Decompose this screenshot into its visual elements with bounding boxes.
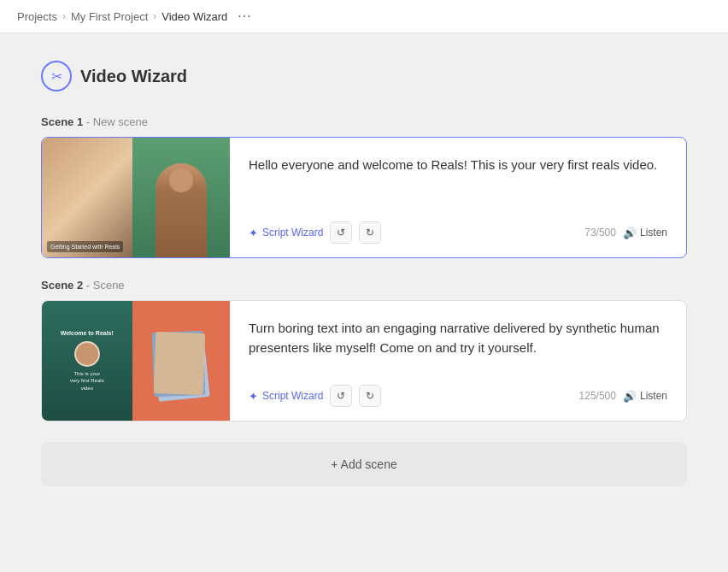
wizard-icon-circle: ✂ (41, 61, 72, 91)
scene-2-redo-button[interactable]: ↻ (359, 385, 381, 407)
scene-2-stacked-cards (151, 322, 211, 399)
scene-2-section: Scene 2 - Scene Welcome to Reals! This i… (41, 279, 687, 422)
scene-2-text[interactable]: Turn boring text into an engaging narrat… (249, 318, 667, 373)
scene-1-thumbnail: Getting Started with Reals (42, 138, 230, 257)
wand-icon-1: ✦ (249, 227, 258, 239)
scene-1-undo-button[interactable]: ↺ (330, 221, 352, 244)
scene-1-thumb-inner: Getting Started with Reals (42, 138, 230, 257)
scene-2-listen-label: Listen (640, 390, 667, 402)
scene-1-card[interactable]: Getting Started with Reals Hello everyon… (41, 137, 687, 258)
scene-2-thumb-inner: Welcome to Reals! This is yourvery first… (42, 301, 230, 421)
scene-2-controls: ✦ Script Wizard ↺ ↻ 125/500 🔊 Listen (249, 385, 667, 407)
scene-1-label: Scene 1 - New scene (41, 115, 687, 128)
breadcrumb-sep-2: › (153, 10, 156, 22)
main-content: ✂ Video Wizard Scene 1 - New scene Getti… (0, 33, 728, 514)
scene-2-script-wizard-button[interactable]: ✦ Script Wizard (249, 390, 323, 403)
scene-1-listen-button[interactable]: 🔊 Listen (623, 227, 667, 239)
scene-1-listen-label: Listen (640, 227, 667, 239)
breadcrumb-more-button[interactable]: ··· (238, 9, 251, 24)
scene-1-sublabel: - New scene (86, 115, 148, 128)
scene-1-content: Hello everyone and welcome to Reals! Thi… (230, 138, 686, 257)
scene-1-script-wizard-button[interactable]: ✦ Script Wizard (249, 227, 323, 239)
scene-1-controls: ✦ Script Wizard ↺ ↻ 73/500 🔊 Listen (249, 221, 667, 244)
breadcrumb-project[interactable]: My First Project (71, 10, 148, 23)
scene-2-undo-button[interactable]: ↺ (330, 385, 352, 407)
scene-2-thumbnail: Welcome to Reals! This is yourvery first… (42, 301, 230, 421)
breadcrumb-projects[interactable]: Projects (17, 10, 57, 23)
scene-2-welcome-text: Welcome to Reals! (61, 330, 114, 336)
scene-1-text[interactable]: Hello everyone and welcome to Reals! Thi… (249, 155, 667, 209)
undo-icon-2: ↺ (337, 390, 345, 402)
speaker-icon-2: 🔊 (623, 390, 637, 403)
scene-2-avatar (74, 341, 100, 367)
scene-2-label: Scene 2 - Scene (41, 279, 687, 292)
scene-1-script-wizard-label: Script Wizard (262, 227, 323, 239)
wand-icon-2: ✦ (249, 390, 258, 403)
scene-2-thumb-right (132, 301, 230, 421)
scene-1-thumb-bg: Getting Started with Reals (42, 138, 132, 257)
scene-2-content: Turn boring text into an engaging narrat… (230, 301, 686, 421)
scene-1-thumb-caption: Getting Started with Reals (47, 241, 123, 252)
redo-icon-2: ↻ (366, 390, 374, 402)
scene-1-redo-button[interactable]: ↻ (359, 221, 381, 244)
scene-2-thumb-left: Welcome to Reals! This is yourvery first… (42, 301, 132, 421)
scene-1-presenter-head (169, 168, 193, 192)
scene-1-section: Scene 1 - New scene Getting Started with… (41, 115, 687, 258)
redo-icon-1: ↻ (366, 227, 374, 239)
scene-2-char-count: 125/500 (579, 390, 616, 402)
scene-2-thumb-text: This is yourvery first Realsvideo (70, 370, 104, 392)
page-title: Video Wizard (80, 67, 187, 86)
scene-2-num: Scene 2 (41, 279, 83, 292)
scene-1-presenter (156, 163, 207, 257)
speaker-icon-1: 🔊 (623, 227, 637, 239)
scene-1-thumb-right (132, 138, 230, 257)
undo-icon-1: ↺ (337, 227, 345, 239)
scissors-icon: ✂ (51, 68, 62, 85)
scene-2-script-wizard-label: Script Wizard (262, 390, 323, 402)
scene-1-char-count: 73/500 (584, 227, 616, 239)
scene-1-thumb-left: Getting Started with Reals (42, 138, 132, 257)
add-scene-button[interactable]: + Add scene (41, 442, 687, 486)
stacked-card-3 (154, 332, 205, 395)
scene-2-card[interactable]: Welcome to Reals! This is yourvery first… (41, 300, 687, 422)
breadcrumb-sep-1: › (62, 10, 66, 22)
breadcrumb-current: Video Wizard (161, 10, 227, 23)
scene-2-listen-button[interactable]: 🔊 Listen (623, 390, 667, 403)
page-header: ✂ Video Wizard (41, 61, 687, 91)
breadcrumb-bar: Projects › My First Project › Video Wiza… (0, 0, 728, 33)
scene-1-num: Scene 1 (41, 115, 83, 128)
scene-2-sublabel: - Scene (86, 279, 125, 292)
